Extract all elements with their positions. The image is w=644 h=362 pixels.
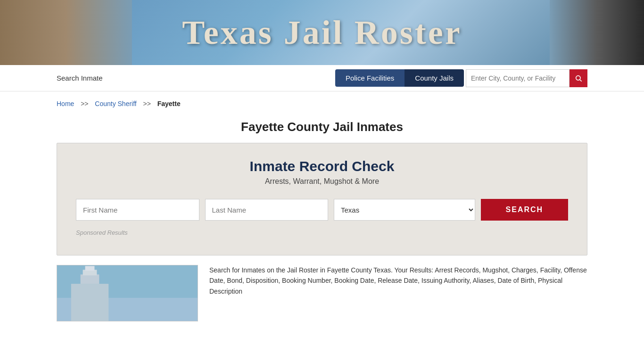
last-name-input[interactable] [205,199,329,221]
search-row: AlabamaAlaskaArizonaArkansasCaliforniaCo… [76,199,568,221]
search-button[interactable]: SEARCH [481,199,568,221]
image-placeholder [57,265,198,321]
svg-point-0 [576,75,580,80]
breadcrumb-sep-2: >> [141,100,153,107]
nav-bar: Search Inmate Police Facilities County J… [0,65,644,91]
search-icon [575,74,582,82]
bottom-section: Search for Inmates on the Jail Roster in… [57,265,587,321]
page-title-section: Fayette County Jail Inmates [0,116,644,143]
svg-rect-5 [81,274,99,284]
breadcrumb-current: Fayette [157,100,181,107]
header-banner: Texas Jail Roster [0,0,644,65]
breadcrumb-home[interactable]: Home [57,100,74,107]
nav-search-input[interactable] [466,69,570,87]
breadcrumb-county-sheriff[interactable]: County Sheriff [95,100,136,107]
record-check-subtitle: Arrests, Warrant, Mugshot & More [76,177,568,186]
record-check-box: Inmate Record Check Arrests, Warrant, Mu… [57,143,587,255]
svg-line-1 [580,80,582,82]
county-jails-tab[interactable]: County Jails [405,69,464,87]
bottom-description: Search for Inmates on the Jail Roster in… [209,265,587,321]
svg-rect-7 [85,266,95,271]
capitol-bg [0,0,132,65]
state-select[interactable]: AlabamaAlaskaArizonaArkansasCaliforniaCo… [334,199,475,221]
page-title: Fayette County Jail Inmates [0,120,644,134]
search-inmate-label: Search Inmate [57,74,103,82]
sponsored-label: Sponsored Results [76,229,568,236]
banner-title: Texas Jail Roster [182,13,462,52]
right-bg [550,0,644,65]
breadcrumb: Home >> County Sheriff >> Fayette [0,91,644,116]
breadcrumb-sep-1: >> [79,100,90,107]
bottom-image-svg [57,265,198,321]
first-name-input[interactable] [76,199,199,221]
svg-rect-4 [71,284,108,321]
nav-search-wrapper [466,69,587,87]
record-check-title: Inmate Record Check [76,158,568,174]
bottom-image [57,265,198,321]
nav-tabs: Police Facilities County Jails [335,69,464,87]
nav-search-button[interactable] [570,69,587,87]
police-facilities-tab[interactable]: Police Facilities [335,69,405,87]
